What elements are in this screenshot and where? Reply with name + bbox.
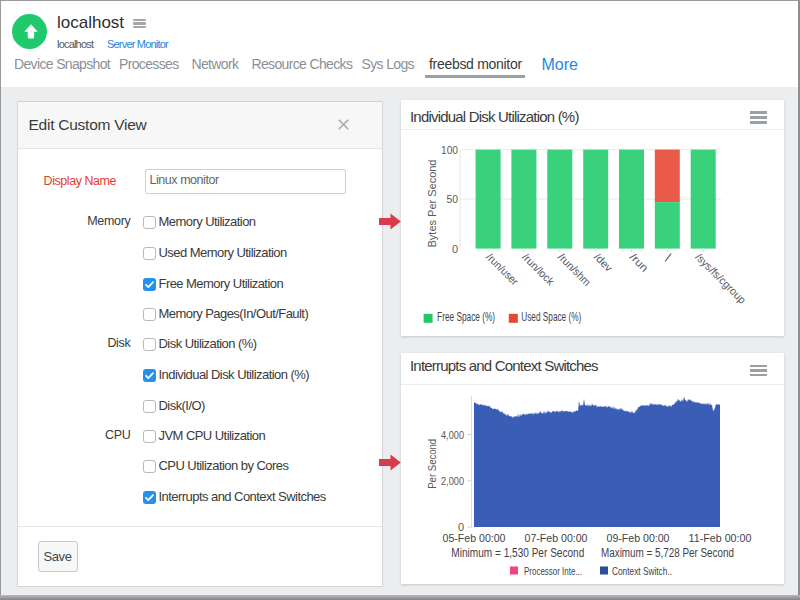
svg-text:Processor Inte...: Processor Inte...: [524, 565, 582, 577]
svg-text:Context Switch..: Context Switch..: [612, 565, 672, 577]
svg-text:/run/shm: /run/shm: [556, 251, 593, 288]
svg-text:/dev: /dev: [592, 251, 616, 275]
svg-text:/run/lock: /run/lock: [520, 251, 557, 288]
svg-text:Bytes Per Second: Bytes Per Second: [426, 160, 438, 248]
svg-text:Minimum = 1,530 Per Second: Minimum = 1,530 Per Second: [451, 546, 584, 560]
svg-text:2,000: 2,000: [441, 475, 464, 487]
svg-text:4,000: 4,000: [441, 429, 464, 441]
svg-text:07-Feb 00:00: 07-Feb 00:00: [525, 532, 588, 544]
svg-text:Maximum = 5,728 Per Second: Maximum = 5,728 Per Second: [601, 546, 734, 560]
svg-text:/sys/fs/cgroup: /sys/fs/cgroup: [693, 251, 748, 306]
svg-text:Free Space (%): Free Space (%): [437, 310, 495, 324]
svg-text:/run/user: /run/user: [484, 251, 521, 288]
svg-text:11-Feb 00:00: 11-Feb 00:00: [689, 532, 752, 544]
svg-text:50: 50: [447, 193, 459, 205]
svg-text:05-Feb 00:00: 05-Feb 00:00: [443, 532, 506, 544]
svg-text:0: 0: [452, 243, 458, 255]
svg-text:/run: /run: [628, 251, 651, 274]
svg-text:09-Feb 00:00: 09-Feb 00:00: [607, 532, 670, 544]
svg-text:Used Space (%): Used Space (%): [521, 310, 581, 324]
svg-text:100: 100: [441, 144, 458, 156]
svg-text:Per Second: Per Second: [427, 439, 439, 489]
